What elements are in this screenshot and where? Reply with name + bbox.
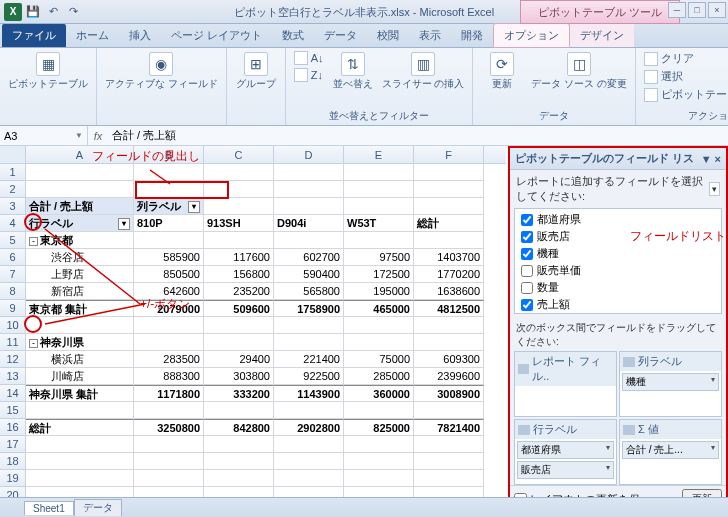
cell[interactable]	[274, 470, 344, 487]
cell[interactable]: 285000	[344, 368, 414, 385]
area-values[interactable]: Σ 値合計 / 売上...	[619, 419, 722, 485]
cell[interactable]	[274, 198, 344, 215]
field-checkbox[interactable]	[521, 248, 533, 260]
col-header[interactable]: A	[26, 146, 134, 163]
cell[interactable]: 新宿店	[26, 283, 134, 300]
cell[interactable]	[274, 453, 344, 470]
sheet-tab[interactable]: データ	[74, 499, 122, 516]
pane-options-button[interactable]: ▾	[709, 182, 720, 196]
pane-dropdown-icon[interactable]: ▼ ×	[701, 153, 721, 165]
cell[interactable]	[204, 487, 274, 497]
cell[interactable]	[344, 402, 414, 419]
area-row-labels[interactable]: 行ラベル都道府県販売店	[514, 419, 617, 485]
cell[interactable]	[26, 317, 134, 334]
cell[interactable]: 565800	[274, 283, 344, 300]
sheet-tab[interactable]: Sheet1	[24, 501, 74, 515]
change-source-button[interactable]: ◫データ ソース の変更	[529, 50, 629, 91]
redo-button[interactable]: ↷	[64, 3, 82, 21]
cell[interactable]: 75000	[344, 351, 414, 368]
cell[interactable]: 850500	[134, 266, 204, 283]
cell[interactable]: 509600	[204, 300, 274, 317]
cell[interactable]	[274, 334, 344, 351]
cell[interactable]: 283500	[134, 351, 204, 368]
cell[interactable]	[204, 436, 274, 453]
cell[interactable]: -東京都	[26, 232, 134, 249]
field-checklist[interactable]: 都道府県販売店機種販売単価数量売上額	[514, 208, 722, 314]
cell[interactable]	[134, 453, 204, 470]
cell[interactable]	[134, 164, 204, 181]
cell[interactable]	[26, 453, 134, 470]
active-field-button[interactable]: ◉アクティブな フィールド	[103, 50, 220, 91]
cell[interactable]: 2399600	[414, 368, 484, 385]
area-field-token[interactable]: 都道府県	[517, 441, 614, 459]
field-item[interactable]: 販売単価	[521, 262, 715, 279]
area-column-labels[interactable]: 列ラベル機種	[619, 351, 722, 417]
row-header[interactable]: 13	[0, 368, 26, 385]
cell[interactable]: 810P	[134, 215, 204, 232]
row-label-dropdown[interactable]: ▾	[118, 218, 130, 230]
row-header[interactable]: 6	[0, 249, 26, 266]
cell[interactable]: 1403700	[414, 249, 484, 266]
field-checkbox[interactable]	[521, 231, 533, 243]
cell[interactable]	[134, 317, 204, 334]
cell[interactable]	[134, 487, 204, 497]
cell[interactable]	[344, 181, 414, 198]
cell[interactable]: 29400	[204, 351, 274, 368]
col-header[interactable]: D	[274, 146, 344, 163]
row-header[interactable]: 14	[0, 385, 26, 402]
cell[interactable]: 上野店	[26, 266, 134, 283]
tab-page-layout[interactable]: ページ レイアウト	[161, 24, 272, 47]
cell[interactable]: 235200	[204, 283, 274, 300]
cell[interactable]	[274, 317, 344, 334]
row-header[interactable]: 2	[0, 181, 26, 198]
cell[interactable]: 221400	[274, 351, 344, 368]
undo-button[interactable]: ↶	[44, 3, 62, 21]
tab-data[interactable]: データ	[314, 24, 367, 47]
cell[interactable]	[204, 470, 274, 487]
fx-icon[interactable]: fx	[88, 130, 108, 142]
cell[interactable]: 1171800	[134, 385, 204, 402]
tab-file[interactable]: ファイル	[2, 24, 66, 47]
field-checkbox[interactable]	[521, 299, 533, 311]
area-field-token[interactable]: 機種	[622, 373, 719, 391]
cell[interactable]	[414, 334, 484, 351]
field-item[interactable]: 売上額	[521, 296, 715, 313]
row-header[interactable]: 19	[0, 470, 26, 487]
cell[interactable]	[344, 317, 414, 334]
cell[interactable]: 1758900	[274, 300, 344, 317]
row-header[interactable]: 12	[0, 351, 26, 368]
cell[interactable]	[26, 487, 134, 497]
area-field-token[interactable]: 販売店	[517, 461, 614, 479]
cell[interactable]: 585900	[134, 249, 204, 266]
expand-collapse-button[interactable]: -	[29, 237, 38, 246]
row-header[interactable]: 10	[0, 317, 26, 334]
worksheet-grid[interactable]: A B C D E F 123合計 / 売上額列ラベル▾4行ラベル▾810P91…	[0, 146, 506, 497]
cell[interactable]: -神奈川県	[26, 334, 134, 351]
cell[interactable]: 渋谷店	[26, 249, 134, 266]
cell[interactable]	[274, 487, 344, 497]
row-header[interactable]: 11	[0, 334, 26, 351]
tab-insert[interactable]: 挿入	[119, 24, 161, 47]
cell[interactable]	[274, 181, 344, 198]
cell[interactable]	[414, 453, 484, 470]
refresh-button[interactable]: ⟳更新	[479, 50, 525, 91]
pivottable-button[interactable]: ▦ピボットテーブル	[6, 50, 90, 91]
field-item[interactable]: 販売店	[521, 228, 715, 245]
save-button[interactable]: 💾	[24, 3, 42, 21]
cell[interactable]	[134, 334, 204, 351]
cell[interactable]	[414, 198, 484, 215]
row-header[interactable]: 4	[0, 215, 26, 232]
cell[interactable]	[274, 436, 344, 453]
cell[interactable]: 360000	[344, 385, 414, 402]
cell[interactable]: 590400	[274, 266, 344, 283]
row-header[interactable]: 9	[0, 300, 26, 317]
cell[interactable]: 合計 / 売上額	[26, 198, 134, 215]
row-header[interactable]: 16	[0, 419, 26, 436]
cell[interactable]: 列ラベル▾	[134, 198, 204, 215]
cell[interactable]: 神奈川県 集計	[26, 385, 134, 402]
cell[interactable]: 303800	[204, 368, 274, 385]
col-header[interactable]: F	[414, 146, 484, 163]
row-header[interactable]: 15	[0, 402, 26, 419]
cell[interactable]	[344, 232, 414, 249]
select-all-corner[interactable]	[0, 146, 26, 163]
